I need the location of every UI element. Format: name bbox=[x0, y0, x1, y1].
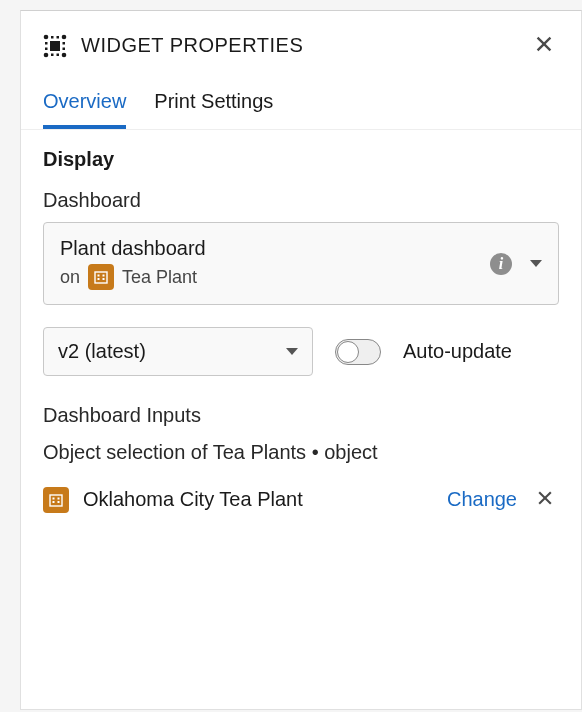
close-icon bbox=[533, 33, 555, 55]
svg-rect-10 bbox=[45, 47, 48, 50]
input-selected-value: Oklahoma City Tea Plant bbox=[83, 488, 303, 511]
svg-rect-24 bbox=[58, 501, 60, 503]
panel-body: Display Dashboard Plant dashboard on Tea… bbox=[21, 130, 581, 541]
close-icon bbox=[535, 488, 555, 508]
info-icon[interactable]: i bbox=[490, 253, 512, 275]
svg-rect-15 bbox=[95, 272, 107, 283]
svg-point-3 bbox=[44, 52, 49, 57]
display-section-title: Display bbox=[43, 148, 559, 171]
input-value-main: Oklahoma City Tea Plant bbox=[43, 487, 433, 513]
clear-input-button[interactable] bbox=[531, 484, 559, 515]
toggle-knob bbox=[337, 341, 359, 363]
svg-rect-5 bbox=[51, 36, 54, 39]
object-type-chip bbox=[43, 487, 69, 513]
chevron-down-icon bbox=[286, 348, 298, 355]
panel-title: WIDGET PROPERTIES bbox=[81, 34, 515, 57]
widget-properties-panel: WIDGET PROPERTIES Overview Print Setting… bbox=[20, 10, 582, 710]
svg-rect-21 bbox=[53, 497, 55, 499]
panel-header: WIDGET PROPERTIES bbox=[21, 11, 581, 76]
svg-point-1 bbox=[44, 34, 49, 39]
dashboard-name: Plant dashboard bbox=[60, 237, 480, 260]
input-value-row: Oklahoma City Tea Plant Change bbox=[43, 476, 559, 523]
svg-rect-22 bbox=[58, 497, 60, 499]
svg-rect-11 bbox=[63, 42, 66, 45]
input-param-label: Object selection of Tea Plants • object bbox=[43, 441, 559, 464]
dashboard-type-name: Tea Plant bbox=[122, 267, 197, 288]
svg-rect-16 bbox=[98, 275, 100, 277]
svg-rect-17 bbox=[103, 275, 105, 277]
building-icon bbox=[48, 492, 64, 508]
dashboard-selector-card[interactable]: Plant dashboard on Tea Plant i bbox=[43, 222, 559, 305]
auto-update-toggle[interactable] bbox=[335, 339, 381, 365]
version-select-value: v2 (latest) bbox=[58, 340, 146, 363]
object-type-chip bbox=[88, 264, 114, 290]
svg-point-2 bbox=[62, 34, 67, 39]
version-row: v2 (latest) Auto-update bbox=[43, 327, 559, 376]
auto-update-label: Auto-update bbox=[403, 340, 512, 363]
building-icon bbox=[93, 269, 109, 285]
svg-rect-12 bbox=[63, 47, 66, 50]
change-button[interactable]: Change bbox=[447, 488, 517, 511]
svg-rect-19 bbox=[103, 278, 105, 280]
svg-rect-23 bbox=[53, 501, 55, 503]
svg-rect-18 bbox=[98, 278, 100, 280]
crop-icon bbox=[43, 34, 67, 58]
dashboard-on-prefix: on bbox=[60, 267, 80, 288]
svg-rect-7 bbox=[51, 53, 54, 56]
tabs: Overview Print Settings bbox=[21, 76, 581, 130]
version-select[interactable]: v2 (latest) bbox=[43, 327, 313, 376]
tab-print-settings[interactable]: Print Settings bbox=[154, 90, 273, 129]
tab-overview[interactable]: Overview bbox=[43, 90, 126, 129]
dashboard-card-main: Plant dashboard on Tea Plant bbox=[60, 237, 480, 290]
chevron-down-icon bbox=[530, 260, 542, 267]
svg-rect-0 bbox=[50, 41, 60, 51]
close-button[interactable] bbox=[529, 29, 559, 62]
dashboard-inputs-title: Dashboard Inputs bbox=[43, 404, 559, 427]
svg-rect-20 bbox=[50, 495, 62, 506]
svg-rect-8 bbox=[57, 53, 60, 56]
svg-rect-6 bbox=[57, 36, 60, 39]
svg-rect-9 bbox=[45, 42, 48, 45]
svg-point-4 bbox=[62, 52, 67, 57]
dashboard-subline: on Tea Plant bbox=[60, 264, 480, 290]
dashboard-field-label: Dashboard bbox=[43, 189, 559, 212]
